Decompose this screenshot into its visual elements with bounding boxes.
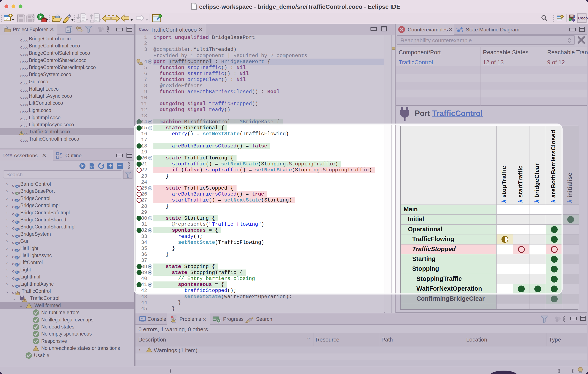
- svg-text:!: !: [173, 319, 174, 322]
- svg-text:!: !: [28, 304, 30, 308]
- svg-text:!: !: [24, 298, 25, 302]
- svg-text:!: !: [148, 348, 150, 352]
- svg-text:!: !: [21, 132, 22, 135]
- svg-text:J: J: [573, 14, 575, 19]
- svg-text:</>: </>: [90, 165, 94, 168]
- svg-text:!: !: [35, 346, 37, 351]
- svg-text:!: !: [141, 62, 141, 65]
